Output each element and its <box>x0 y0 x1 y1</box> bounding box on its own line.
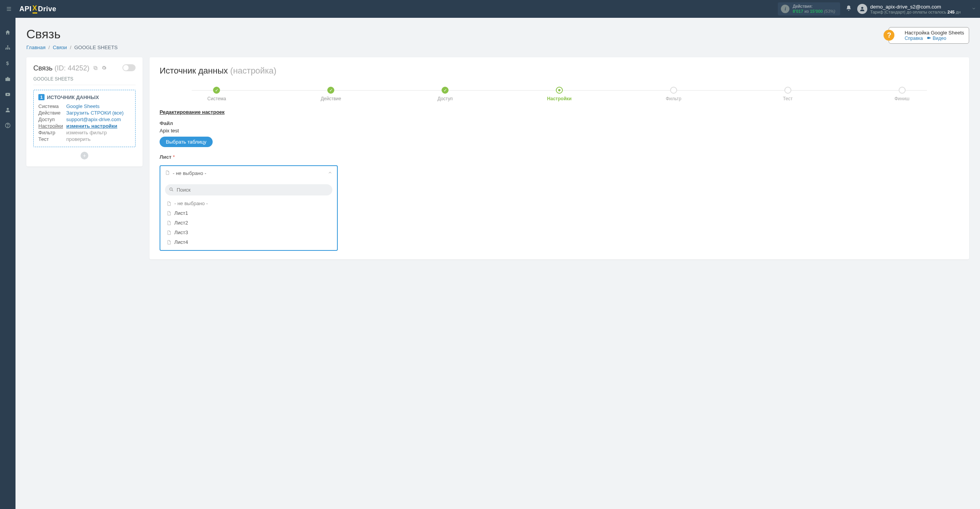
kv-val: изменить фильтр <box>66 130 107 135</box>
step-настройки[interactable]: Настройки <box>502 87 617 101</box>
user-menu[interactable]: demo_apix-drive_s2@com.com Тариф |Станда… <box>857 4 976 14</box>
step-действие[interactable]: ✓Действие <box>274 87 388 101</box>
bell-icon[interactable] <box>846 5 852 13</box>
svg-rect-5 <box>5 48 7 50</box>
actions-pct: (53%) <box>824 9 835 14</box>
step-тест[interactable]: Тест <box>731 87 845 101</box>
breadcrumb-links[interactable]: Связи <box>53 45 67 50</box>
user-icon[interactable] <box>5 107 11 115</box>
help-video-link[interactable]: Видео <box>933 36 946 41</box>
search-input[interactable] <box>165 184 332 195</box>
step-доступ[interactable]: ✓Доступ <box>388 87 502 101</box>
actions-badge[interactable]: i Действия: 8'017 из 15'000 (53%) <box>778 2 840 15</box>
kv-key: Тест <box>38 136 66 142</box>
step-финиш[interactable]: Финиш <box>845 87 959 101</box>
select-display[interactable]: - не выбрано - <box>160 166 337 180</box>
actions-label: Действия: <box>793 4 835 9</box>
chevron-down-icon <box>971 6 976 12</box>
step-фильтр[interactable]: Фильтр <box>616 87 731 101</box>
select-option[interactable]: - не выбрано - <box>165 199 332 208</box>
svg-line-20 <box>172 190 173 191</box>
logo-text-2: Drive <box>38 5 57 13</box>
section-header: Редактирование настроек <box>160 109 959 115</box>
svg-rect-9 <box>5 78 10 81</box>
kv-key: Фильтр <box>38 130 66 135</box>
kv-val[interactable]: изменить настройки <box>66 123 117 129</box>
rc-title-sub: (настройка) <box>230 66 276 75</box>
select-option[interactable]: Лист2 <box>165 218 332 228</box>
connection-summary-card: Связь (ID: 44252) GOOGLE SHEETS 1ИСТОЧНИ… <box>26 57 143 166</box>
search-icon <box>169 187 174 193</box>
logo[interactable]: APIXDrive <box>19 4 57 14</box>
connections-icon[interactable] <box>5 45 11 53</box>
doc-icon <box>165 170 170 177</box>
conn-id: (ID: 44252) <box>55 64 89 72</box>
step-система[interactable]: ✓Система <box>160 87 274 101</box>
avatar-icon <box>857 4 867 14</box>
kv-val: проверить <box>66 136 91 142</box>
svg-rect-7 <box>9 48 10 50</box>
svg-rect-18 <box>94 66 96 69</box>
info-icon: i <box>781 5 789 13</box>
video-cam-icon <box>927 36 932 41</box>
svg-rect-6 <box>7 48 9 50</box>
kv-val[interactable]: support@apix-drive.com <box>66 117 121 122</box>
svg-rect-4 <box>7 45 9 46</box>
breadcrumb-home[interactable]: Главная <box>26 45 45 50</box>
enable-toggle[interactable] <box>122 64 136 71</box>
svg-point-19 <box>170 188 172 190</box>
svg-rect-17 <box>95 67 97 70</box>
kv-val[interactable]: Загрузить СТРОКИ (все) <box>66 110 124 116</box>
breadcrumb: Главная / Связи / GOOGLE SHEETS <box>26 45 118 50</box>
gear-icon[interactable] <box>101 64 107 72</box>
question-icon: ? <box>884 30 894 41</box>
select-option[interactable]: Лист4 <box>165 237 332 247</box>
settings-card: Источник данных (настройка) ✓Система✓Дей… <box>150 57 969 259</box>
svg-text:$: $ <box>6 61 9 66</box>
briefcase-icon[interactable] <box>5 76 11 84</box>
video-icon[interactable] <box>5 91 11 99</box>
actions-total: 15'000 <box>810 9 823 14</box>
hamburger-icon[interactable] <box>0 0 18 18</box>
kv-key: Система <box>38 103 66 109</box>
svg-rect-15 <box>927 37 930 39</box>
kv-key: Доступ <box>38 117 66 122</box>
svg-marker-16 <box>930 37 931 39</box>
logo-x: X <box>33 4 38 14</box>
user-tariff: Тариф |Стандарт| до оплаты осталось 245 … <box>870 10 961 14</box>
kv-key: Действие <box>38 110 66 116</box>
source-box-header: ИСТОЧНИК ДАННЫХ <box>47 94 99 100</box>
kv-key: Настройки <box>38 123 66 129</box>
help-title: Настройка Google Sheets <box>904 30 964 36</box>
help-ref-link[interactable]: Справка <box>904 36 923 41</box>
file-label: Файл <box>160 120 959 126</box>
help-box: ? Настройка Google Sheets Справка Видео <box>889 27 969 44</box>
conn-subtitle: GOOGLE SHEETS <box>33 76 136 85</box>
source-box: 1ИСТОЧНИК ДАННЫХ СистемаGoogle SheetsДей… <box>33 90 136 147</box>
rc-title: Источник данных <box>160 66 228 75</box>
page-title: Связь <box>26 27 118 41</box>
svg-point-14 <box>7 127 8 127</box>
chevron-up-icon <box>328 170 332 176</box>
actions-of: из <box>805 9 809 14</box>
top-nav: APIXDrive i Действия: 8'017 из 15'000 (5… <box>0 0 980 18</box>
select-option[interactable]: Лист1 <box>165 208 332 218</box>
help-icon[interactable] <box>5 122 11 130</box>
file-value: Apix test <box>160 128 959 134</box>
svg-point-3 <box>861 7 863 9</box>
sheet-select[interactable]: - не выбрано - <box>160 165 338 251</box>
home-icon[interactable] <box>5 29 11 37</box>
svg-point-12 <box>7 108 9 110</box>
billing-icon[interactable]: $ <box>5 60 11 68</box>
select-value: - не выбрано - <box>173 170 206 176</box>
step-badge-1: 1 <box>38 94 45 100</box>
user-email: demo_apix-drive_s2@com.com <box>870 4 961 10</box>
choose-table-button[interactable]: Выбрать таблицу <box>160 137 213 147</box>
select-dropdown: - не выбрано -Лист1Лист2Лист3Лист4 <box>160 180 337 250</box>
left-rail: $ <box>0 18 15 269</box>
copy-icon[interactable] <box>93 64 100 72</box>
select-option[interactable]: Лист3 <box>165 228 332 237</box>
add-step-button[interactable]: + <box>81 152 88 159</box>
logo-text-1: API <box>19 5 32 13</box>
kv-val[interactable]: Google Sheets <box>66 103 100 109</box>
